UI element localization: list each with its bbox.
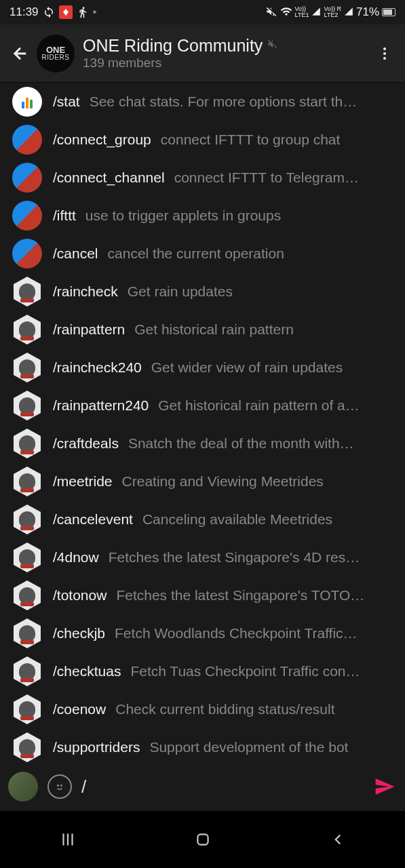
sync-icon	[43, 6, 55, 18]
command-name: /cancel	[53, 245, 98, 262]
chat-header[interactable]: ONE RIDERS ONE Riding Community 139 memb…	[0, 24, 405, 83]
command-name: /supportriders	[53, 739, 140, 755]
command-text: /totonowFetches the latest Singapore's T…	[53, 587, 401, 604]
command-text: /statSee chat stats. For more options st…	[53, 94, 401, 110]
group-avatar[interactable]: ONE RIDERS	[37, 35, 75, 73]
command-row[interactable]: /canceleventCanceling available Meetride…	[0, 500, 405, 538]
back-nav-button[interactable]	[317, 826, 358, 853]
app-badge-icon	[59, 5, 73, 19]
status-time: 11:39	[9, 5, 39, 19]
bot-avatar-icon	[12, 163, 42, 193]
command-text: /cancelcancel the current operation	[53, 245, 401, 262]
header-info[interactable]: ONE Riding Community 139 members	[83, 36, 371, 71]
command-name: /raincheck	[53, 283, 118, 300]
more-options-button[interactable]	[371, 40, 398, 67]
back-button[interactable]	[7, 40, 34, 67]
command-name: /totonow	[53, 587, 107, 604]
status-bar: 11:39 • Vo))LTE1 Vo)) RLTE2 71%	[0, 0, 405, 24]
command-text: /raincheckGet rain updates	[53, 283, 401, 300]
command-description: Fetch Woodlands Checkpoint Traffic…	[115, 625, 358, 642]
command-row[interactable]: /rainpatternGet historical rain pattern	[0, 311, 405, 349]
command-row[interactable]: /craftdealsSnatch the deal of the month …	[0, 425, 405, 462]
bot-avatar-icon	[12, 656, 42, 686]
command-row[interactable]: /checkjbFetch Woodlands Checkpoint Traff…	[0, 614, 405, 652]
bot-avatar-icon	[12, 694, 42, 724]
command-description: Get historical rain pattern of a…	[158, 397, 359, 414]
command-row[interactable]: /checktuasFetch Tuas Checkpoint Traffic …	[0, 652, 405, 690]
svg-rect-8	[197, 834, 208, 844]
message-input[interactable]	[81, 776, 363, 797]
bot-avatar-icon	[12, 239, 42, 269]
command-row[interactable]: /raincheckGet rain updates	[0, 273, 405, 311]
command-name: /coenow	[53, 701, 106, 717]
command-name: /craftdeals	[53, 435, 119, 452]
command-row[interactable]: /totonowFetches the latest Singapore's T…	[0, 576, 405, 614]
svg-point-4	[61, 785, 62, 787]
command-name: /meetride	[53, 473, 113, 490]
command-row[interactable]: /meetrideCreating and Viewing Meetrides	[0, 462, 405, 500]
chat-title: ONE Riding Community	[83, 36, 371, 56]
command-description: Get rain updates	[128, 283, 233, 300]
svg-point-1	[383, 52, 386, 55]
command-row[interactable]: /4dnowFetches the latest Singapore's 4D …	[0, 538, 405, 576]
commands-list[interactable]: /statSee chat stats. For more options st…	[0, 83, 405, 762]
bot-avatar-icon	[12, 542, 42, 572]
signal2-icon	[344, 7, 353, 18]
command-name: /cancelevent	[53, 511, 133, 528]
bot-avatar-icon	[12, 87, 42, 117]
command-text: /canceleventCanceling available Meetride…	[53, 511, 401, 528]
command-description: Fetches the latest Singapore's TOTO…	[116, 587, 364, 604]
command-name: /connect_channel	[53, 170, 165, 186]
command-name: /connect_group	[53, 132, 151, 148]
command-text: /craftdealsSnatch the deal of the month …	[53, 435, 401, 452]
command-row[interactable]: /statSee chat stats. For more options st…	[0, 83, 405, 121]
command-row[interactable]: /supportridersSupport development of the…	[0, 728, 405, 762]
home-button[interactable]	[182, 826, 223, 853]
command-row[interactable]: /iftttuse to trigger applets in groups	[0, 197, 405, 235]
muted-icon	[267, 38, 279, 54]
emoji-button[interactable]	[47, 774, 72, 799]
command-row[interactable]: /raincheck240Get wider view of rain upda…	[0, 349, 405, 387]
command-row[interactable]: /coenowCheck current bidding status/resu…	[0, 690, 405, 728]
command-text: /rainpatternGet historical rain pattern	[53, 321, 401, 338]
svg-point-2	[383, 57, 386, 60]
wifi-icon	[280, 5, 292, 20]
bot-avatar-icon	[12, 201, 42, 231]
status-left: 11:39 •	[9, 5, 97, 19]
bot-avatar-icon	[12, 732, 42, 762]
command-text: /raincheck240Get wider view of rain upda…	[53, 359, 401, 376]
command-text: /checktuasFetch Tuas Checkpoint Traffic …	[53, 663, 401, 679]
signal1-icon	[311, 7, 321, 18]
android-nav-bar	[0, 811, 405, 868]
command-text: /connect_channelconnect IFTTT to Telegra…	[53, 170, 401, 186]
command-name: /stat	[53, 94, 80, 110]
command-name: /rainpattern240	[53, 397, 149, 414]
command-description: Fetches the latest Singapore's 4D res…	[109, 549, 360, 566]
command-description: cancel the current operation	[108, 245, 284, 262]
bot-avatar-icon	[12, 505, 42, 534]
command-row[interactable]: /cancelcancel the current operation	[0, 235, 405, 273]
running-icon	[77, 6, 89, 18]
bot-avatar-icon	[12, 315, 42, 344]
user-avatar[interactable]	[8, 772, 38, 802]
command-description: See chat stats. For more options start t…	[90, 94, 358, 110]
mute-icon	[265, 5, 277, 20]
recents-button[interactable]	[47, 826, 88, 853]
command-text: /coenowCheck current bidding status/resu…	[53, 701, 401, 717]
command-row[interactable]: /rainpattern240Get historical rain patte…	[0, 387, 405, 425]
command-row[interactable]: /connect_channelconnect IFTTT to Telegra…	[0, 159, 405, 197]
send-button[interactable]	[372, 774, 397, 799]
battery-icon	[382, 8, 396, 16]
command-name: /4dnow	[53, 549, 99, 566]
command-name: /raincheck240	[53, 359, 142, 376]
bot-avatar-icon	[12, 467, 42, 496]
bot-avatar-icon	[12, 277, 42, 307]
status-right: Vo))LTE1 Vo)) RLTE2 71%	[265, 5, 396, 20]
command-text: /meetrideCreating and Viewing Meetrides	[53, 473, 401, 490]
command-description: Check current bidding status/result	[115, 701, 334, 717]
chat-subtitle: 139 members	[83, 56, 371, 71]
command-description: Get historical rain pattern	[134, 321, 294, 338]
dot-icon: •	[93, 5, 97, 19]
svg-point-0	[383, 47, 386, 50]
command-row[interactable]: /connect_groupconnect IFTTT to group cha…	[0, 121, 405, 159]
